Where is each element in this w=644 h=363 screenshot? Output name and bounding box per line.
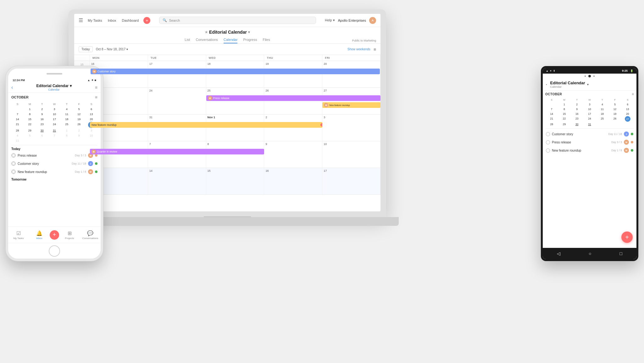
android-task-customer-story[interactable]: Customer story Day 11 / 18 J (543, 130, 636, 138)
conversations-nav-icon: 💬 (87, 230, 93, 236)
day-cell-25[interactable]: 25 (206, 88, 264, 114)
iphone-nav-conversations[interactable]: 💬 Conversations (80, 228, 101, 242)
task-check-customer-story[interactable] (11, 161, 16, 166)
android-device: ▲ ✦ ⬆ 9:25 🔋 ▪ Editorial Calendar Calend… (541, 66, 638, 261)
iphone-month-label: OCTOBER (11, 95, 29, 99)
press-release-event[interactable]: M Press release (206, 95, 380, 101)
android-cal-menu-icon[interactable]: ≡ (632, 92, 634, 96)
show-weekends-button[interactable]: Show weekends (347, 47, 370, 51)
iphone-day-w: W (48, 102, 60, 107)
android-task-new-feature[interactable]: New feature roundup Day 1 / 8 M (543, 146, 636, 154)
android-app-header: ▪ Editorial Calendar Calendar ▾ (543, 79, 636, 91)
tab-files[interactable]: Files (263, 36, 270, 43)
day-cell-18[interactable]: 18 (206, 61, 264, 87)
iphone-nav-my-tasks[interactable]: ☑ My Tasks (8, 228, 29, 242)
android-task-press-release[interactable]: Press release Day 3 / 3 M (543, 138, 636, 146)
date-range[interactable]: Oct 8 – Nov 18, 2017 ▾ (96, 47, 128, 51)
android-week-2: 7 8 9 10 11 12 13 (545, 107, 634, 111)
day-cell-10[interactable]: 10 (322, 141, 380, 168)
iphone-bottom-nav: ☑ My Tasks 🔔 Inbox + ⊞ Projects 💬 Conver… (8, 226, 101, 243)
iphone-task-customer-story[interactable]: Customer story Day 11 / 18 J (8, 159, 101, 168)
day-cell-17[interactable]: 17 (148, 61, 206, 87)
day-cell-14[interactable]: 14 (148, 168, 206, 194)
tab-conversations[interactable]: Conversations (196, 36, 218, 43)
tab-list[interactable]: List (185, 36, 190, 43)
help-button[interactable]: Help ▾ (325, 18, 335, 22)
customer-story-event[interactable]: M Customer story (90, 69, 380, 74)
android-check-new-feature[interactable] (546, 148, 550, 153)
task-avatar-customer-story: J (88, 161, 93, 166)
tab-progress[interactable]: Progress (243, 36, 257, 43)
android-check-customer-story[interactable] (546, 132, 550, 136)
day-cell-8[interactable]: 8 (206, 141, 264, 168)
add-button[interactable]: + (143, 17, 150, 24)
day-cell-9[interactable]: 9 (264, 141, 322, 168)
iphone-nav-projects[interactable]: ⊞ Projects (59, 228, 80, 242)
android-fab-button[interactable]: + (621, 232, 633, 243)
android-task-avatar-press-release: M (624, 140, 629, 145)
day-cell-15b[interactable]: 15 (206, 168, 264, 194)
iphone-signal-icon: ✦ (91, 79, 94, 82)
iphone-cal-menu[interactable]: ≡ (95, 95, 97, 100)
day-cell-24[interactable]: 24 (148, 88, 206, 114)
day-cell-nov1[interactable]: Nov 1 (206, 114, 264, 141)
today-button[interactable]: Today (79, 46, 93, 52)
android-calendar-square-icon: ▪ (546, 83, 547, 86)
day-wed: WED (206, 55, 264, 61)
iphone-status-bar: 12:24 PM ▲ ✦ ■ (8, 77, 101, 82)
iphone-nav-add-button[interactable]: + (50, 230, 59, 240)
day-cell-27[interactable]: 27 (322, 88, 380, 114)
day-cell-7[interactable]: 7 (148, 141, 206, 168)
nav-inbox[interactable]: Inbox (106, 18, 119, 23)
iphone-week-1: 1 2 3 4 5 6 (11, 107, 97, 112)
task-check-press-release[interactable] (11, 153, 16, 158)
day-cell-31[interactable]: 31 (148, 114, 206, 141)
iphone-time: 12:24 PM (13, 79, 25, 82)
menu-icon[interactable]: ☰ (79, 17, 83, 23)
android-signal-icons: ▲ ✦ ⬆ (546, 70, 555, 72)
day-cell-nov2[interactable]: 2 (264, 114, 322, 141)
search-bar[interactable]: 🔍 Search (159, 17, 316, 24)
projects-nav-label: Projects (65, 237, 74, 240)
day-cell-20[interactable]: 20 (322, 61, 380, 87)
iphone-day-s1: S (11, 102, 24, 107)
day-cell-17b[interactable]: 17 (322, 168, 380, 194)
new-feature-roundup-event-2[interactable]: New feature roundup × (90, 122, 322, 128)
my-tasks-nav-label: My Tasks (13, 237, 24, 240)
tab-calendar[interactable]: Calendar (224, 36, 238, 43)
android-back-button[interactable]: ◁ (557, 251, 560, 256)
android-check-press-release[interactable] (546, 140, 550, 144)
calendar-menu-icon[interactable]: ≡ (374, 47, 376, 52)
iphone-nav-inbox[interactable]: 🔔 Inbox (29, 228, 50, 242)
android-task-name-new-feature: New feature roundup (552, 149, 609, 152)
day-cell-16[interactable]: 16 (264, 168, 322, 194)
iphone-home-button[interactable] (49, 245, 60, 257)
iphone-task-new-feature[interactable]: New feature roundup Day 1 / 8 M (8, 168, 101, 176)
public-badge: Public to Marketing (352, 39, 376, 42)
task-day-customer-story: Day 11 / 18 (72, 162, 86, 165)
new-feature-roundup-event-1[interactable]: M New feature roundup (322, 102, 380, 108)
android-camera (588, 75, 591, 77)
task-check-new-feature[interactable] (11, 170, 16, 174)
day-cell-nov3[interactable]: 3 (322, 114, 380, 141)
android-today-27[interactable]: 27 (625, 116, 630, 122)
quarter-in-review-event[interactable]: M Quarter in review (90, 149, 264, 154)
iphone-battery-icon: ■ (95, 79, 96, 82)
nav-my-tasks[interactable]: My Tasks (86, 18, 104, 23)
android-week-4: 21 22 23 24 25 26 27 (545, 116, 634, 122)
iphone-screen: 12:24 PM ▲ ✦ ■ ‹ Editorial Calendar ▾ Ca… (8, 77, 101, 243)
android-task-avatar-customer-story: J (624, 131, 629, 137)
android-home-button[interactable]: ○ (589, 251, 591, 256)
inbox-nav-icon: 🔔 (36, 230, 42, 236)
laptop-body: ☰ My Tasks Inbox Dashboard + 🔍 Search He… (69, 9, 386, 217)
task-dot-press-release (95, 154, 97, 157)
day-cell-26[interactable]: 26 (264, 88, 322, 114)
day-cell-19[interactable]: 19 (264, 61, 322, 87)
week-row-2: 23 24 25 26 27 M Press release (74, 88, 380, 114)
android-recents-button[interactable]: □ (620, 251, 622, 256)
nav-dashboard[interactable]: Dashboard (120, 18, 141, 23)
iphone-menu-icon[interactable]: ≡ (95, 85, 97, 90)
iphone-task-press-release[interactable]: Press release Day 3 / 3 M (8, 151, 101, 159)
android-dropdown-icon[interactable]: ▾ (587, 83, 589, 86)
calendar-header-row: MON TUE WED THU FRI (74, 55, 380, 61)
